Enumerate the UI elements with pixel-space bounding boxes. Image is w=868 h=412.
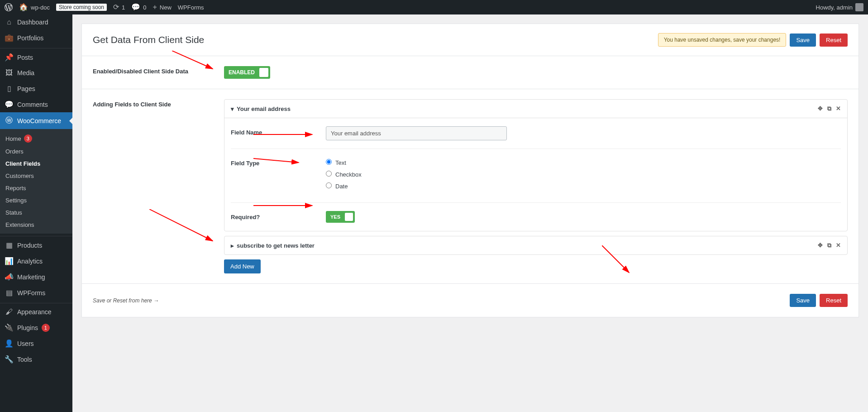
woocommerce-submenu: Home 3 Orders Client Fields Customers Re… [0,129,72,234]
radio-text-input[interactable] [326,159,332,165]
field-panel-collapsed: ▸ subscribe to get news letter ✥ ⧉ ✕ [224,236,848,255]
updates-count: 1 [122,4,125,11]
howdy-text: Howdy, admin [816,4,853,11]
portfolio-icon: 💼 [5,34,14,42]
sidebar-item-dashboard[interactable]: ⌂Dashboard [0,14,72,30]
new-content-link[interactable]: + New [153,4,171,11]
radio-text[interactable]: Text [326,159,841,166]
enabled-toggle[interactable]: ENABLED [224,66,270,79]
required-row: Required? YES [231,202,841,231]
plugins-count-badge: 1 [42,324,50,332]
sidebar-item-comments[interactable]: 💬Comments [0,96,72,112]
radio-date[interactable]: Date [326,182,841,190]
chevron-down-icon: ▾ [231,105,234,112]
pin-icon: 📌 [5,53,14,62]
sub-item-orders[interactable]: Orders [0,145,72,158]
required-toggle-text: YES [330,214,340,220]
sidebar-item-portfolios[interactable]: 💼Portfolios [0,30,72,46]
sidebar-item-wpforms[interactable]: ▤WPForms [0,285,72,301]
analytics-icon: 📊 [5,257,14,265]
panel-head-email[interactable]: ▾ Your email address ✥ ⧉ ✕ [224,100,847,118]
comment-icon: 💬 [131,4,140,11]
duplicate-icon[interactable]: ⧉ [827,105,831,112]
footer-section: Save or Reset from here → Save Reset [82,283,858,317]
home-icon: 🏠 [19,4,28,11]
sub-item-extensions[interactable]: Extensions [0,219,72,231]
field-name-row: Field Name [231,118,841,149]
store-status-badge: Store coming soon [56,4,107,11]
sidebar-item-marketing[interactable]: 📣Marketing [0,269,72,285]
site-home-link[interactable]: 🏠 wp-doc [19,4,50,11]
fields-section: Adding Fields to Client Side ▾ Your emai… [82,89,858,283]
sub-item-home[interactable]: Home 3 [0,132,72,145]
toggle-knob [259,68,268,77]
admin-bar: 🏠 wp-doc Store coming soon ⟳ 1 💬 0 + New… [0,0,868,14]
sidebar-item-posts[interactable]: 📌Posts [0,48,72,65]
product-icon: ▦ [5,241,14,249]
save-button[interactable]: Save [790,34,816,47]
sub-item-client-fields[interactable]: Client Fields [0,158,72,170]
wpforms-link[interactable]: WPForms [178,4,204,11]
panel-title: Your email address [237,105,291,112]
user-icon: 👤 [5,339,14,348]
sub-item-status[interactable]: Status [0,206,72,219]
home-count-badge: 3 [24,134,32,143]
sub-item-customers[interactable]: Customers [0,170,72,182]
toggle-knob [345,213,353,221]
page-title: Get Data From Client Side [93,34,204,45]
close-icon[interactable]: ✕ [836,105,841,112]
fields-label: Adding Fields to Client Side [93,99,224,273]
admin-sidebar: ⌂Dashboard 💼Portfolios 📌Posts 🖼Media ▯Pa… [0,14,72,412]
field-panel-expanded: ▾ Your email address ✥ ⧉ ✕ Field Name [224,99,848,231]
howdy-user[interactable]: Howdy, admin [816,3,863,11]
footer-save-button[interactable]: Save [790,294,816,307]
close-icon[interactable]: ✕ [836,242,841,249]
sidebar-item-users[interactable]: 👤Users [0,335,72,351]
page-icon: ▯ [5,84,14,93]
reset-button[interactable]: Reset [820,34,848,47]
sidebar-item-products[interactable]: ▦Products [0,236,72,253]
comment-icon: 💬 [5,100,14,109]
footer-reset-button[interactable]: Reset [820,294,848,307]
new-label: New [160,4,172,11]
panel-head-subscribe[interactable]: ▸ subscribe to get news letter ✥ ⧉ ✕ [224,236,847,254]
toggle-text: ENABLED [229,69,255,76]
sub-item-settings[interactable]: Settings [0,194,72,206]
updates-link[interactable]: ⟳ 1 [113,4,125,11]
radio-checkbox[interactable]: Checkbox [326,171,841,178]
wrench-icon: 🔧 [5,355,14,364]
required-toggle[interactable]: YES [326,211,355,223]
comments-link[interactable]: 💬 0 [131,4,146,11]
field-name-input[interactable] [326,126,507,140]
brush-icon: 🖌 [5,308,14,316]
wp-logo[interactable] [5,3,13,11]
panel-body: Field Name Field Type Text Checkbox [224,118,847,231]
add-new-button[interactable]: Add New [224,259,261,273]
sidebar-item-plugins[interactable]: 🔌Plugins 1 [0,320,72,335]
media-icon: 🖼 [5,69,14,77]
plugin-icon: 🔌 [5,323,14,332]
chevron-right-icon: ▸ [231,242,234,249]
sidebar-item-appearance[interactable]: 🖌Appearance [0,303,72,320]
refresh-icon: ⟳ [113,4,119,11]
sidebar-item-woocommerce[interactable]: ⓦWooCommerce [0,112,72,129]
duplicate-icon[interactable]: ⧉ [827,242,831,249]
move-icon[interactable]: ✥ [818,105,823,112]
sidebar-item-media[interactable]: 🖼Media [0,65,72,81]
content-area: Get Data From Client Side You have unsav… [72,14,868,412]
footer-hint: Save or Reset from here → [93,297,159,304]
avatar [855,3,863,11]
radio-checkbox-input[interactable] [326,171,332,177]
sidebar-item-tools[interactable]: 🔧Tools [0,351,72,367]
enabled-label: Enabled/Disabled Client Side Data [93,66,224,79]
sidebar-item-analytics[interactable]: 📊Analytics [0,253,72,269]
card-header: Get Data From Client Side You have unsav… [82,24,858,56]
required-label: Required? [231,211,326,223]
sub-item-reports[interactable]: Reports [0,182,72,194]
move-icon[interactable]: ✥ [818,242,823,249]
sidebar-item-pages[interactable]: ▯Pages [0,81,72,96]
radio-date-input[interactable] [326,182,332,188]
wordpress-icon [5,3,13,11]
enabled-section: Enabled/Disabled Client Side Data ENABLE… [82,56,858,89]
woo-icon: ⓦ [5,116,14,125]
